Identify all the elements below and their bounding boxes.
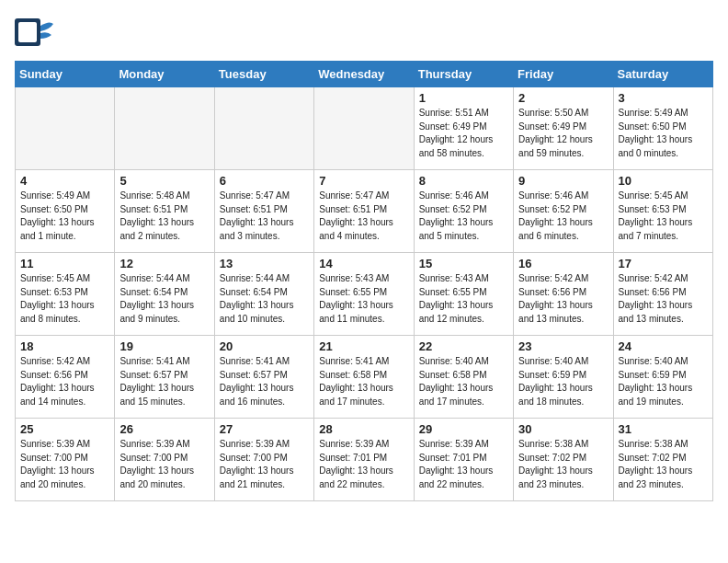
cell-info: Sunrise: 5:42 AMSunset: 6:56 PMDaylight:… xyxy=(619,272,708,326)
sunset: Sunset: 6:51 PM xyxy=(319,204,387,214)
cell-info: Sunrise: 5:39 AMSunset: 7:00 PMDaylight:… xyxy=(119,438,209,491)
day-number: 3 xyxy=(619,91,708,105)
cell-info: Sunrise: 5:44 AMSunset: 6:54 PMDaylight:… xyxy=(119,272,209,326)
sunset: Sunset: 6:57 PM xyxy=(119,370,188,380)
sunrise: Sunrise: 5:39 AM xyxy=(220,439,290,449)
sunrise: Sunrise: 5:42 AM xyxy=(518,273,588,283)
sunset: Sunset: 6:58 PM xyxy=(419,370,487,380)
daylight: Daylight: 12 hours and 58 minutes. xyxy=(419,134,494,158)
sunset: Sunset: 6:55 PM xyxy=(419,287,487,297)
daylight: Daylight: 13 hours and 17 minutes. xyxy=(419,383,494,407)
sunset: Sunset: 6:53 PM xyxy=(619,204,687,214)
calendar-week-3: 11Sunrise: 5:45 AMSunset: 6:53 PMDayligh… xyxy=(16,253,713,336)
daylight: Daylight: 13 hours and 19 minutes. xyxy=(619,383,693,407)
cell-info: Sunrise: 5:48 AMSunset: 6:51 PMDaylight:… xyxy=(119,190,209,243)
day-number: 28 xyxy=(319,422,408,436)
daylight: Daylight: 13 hours and 21 minutes. xyxy=(220,465,294,489)
cell-info: Sunrise: 5:43 AMSunset: 6:55 PMDaylight:… xyxy=(319,272,408,326)
sunset: Sunset: 6:51 PM xyxy=(220,204,288,214)
calendar-cell: 12Sunrise: 5:44 AMSunset: 6:54 PMDayligh… xyxy=(115,253,214,336)
day-number: 9 xyxy=(518,174,608,188)
day-number: 13 xyxy=(220,257,309,270)
calendar-cell: 18Sunrise: 5:42 AMSunset: 6:56 PMDayligh… xyxy=(16,336,115,419)
sunrise: Sunrise: 5:48 AM xyxy=(119,190,189,201)
calendar-cell: 25Sunrise: 5:39 AMSunset: 7:00 PMDayligh… xyxy=(16,419,115,501)
calendar-week-2: 4Sunrise: 5:49 AMSunset: 6:50 PMDaylight… xyxy=(16,170,713,253)
cell-info: Sunrise: 5:39 AMSunset: 7:01 PMDaylight:… xyxy=(419,438,508,491)
daylight: Daylight: 13 hours and 20 minutes. xyxy=(119,465,194,489)
sunrise: Sunrise: 5:38 AM xyxy=(619,439,688,449)
day-header-saturday: Saturday xyxy=(613,62,712,87)
sunset: Sunset: 6:57 PM xyxy=(220,370,288,380)
cell-info: Sunrise: 5:49 AMSunset: 6:50 PMDaylight:… xyxy=(20,190,109,243)
day-header-thursday: Thursday xyxy=(414,62,513,87)
daylight: Daylight: 13 hours and 16 minutes. xyxy=(220,383,294,407)
day-number: 4 xyxy=(20,174,109,188)
calendar-cell: 16Sunrise: 5:42 AMSunset: 6:56 PMDayligh… xyxy=(514,253,613,336)
sunrise: Sunrise: 5:45 AM xyxy=(20,273,90,283)
day-number: 1 xyxy=(419,91,508,105)
sunrise: Sunrise: 5:47 AM xyxy=(220,190,290,201)
day-number: 7 xyxy=(319,174,408,188)
calendar-cell: 28Sunrise: 5:39 AMSunset: 7:01 PMDayligh… xyxy=(314,419,414,501)
day-number: 25 xyxy=(20,422,109,436)
sunset: Sunset: 6:52 PM xyxy=(419,204,487,214)
cell-info: Sunrise: 5:42 AMSunset: 6:56 PMDaylight:… xyxy=(518,272,608,326)
cell-info: Sunrise: 5:38 AMSunset: 7:02 PMDaylight:… xyxy=(619,438,708,491)
sunset: Sunset: 6:56 PM xyxy=(518,287,586,297)
sunset: Sunset: 6:59 PM xyxy=(619,370,687,380)
cell-info: Sunrise: 5:46 AMSunset: 6:52 PMDaylight:… xyxy=(518,190,608,243)
calendar-cell: 30Sunrise: 5:38 AMSunset: 7:02 PMDayligh… xyxy=(514,419,613,501)
daylight: Daylight: 13 hours and 4 minutes. xyxy=(319,217,393,241)
daylight: Daylight: 13 hours and 2 minutes. xyxy=(119,217,194,241)
cell-info: Sunrise: 5:40 AMSunset: 6:59 PMDaylight:… xyxy=(518,355,608,408)
day-header-friday: Friday xyxy=(514,62,613,87)
sunset: Sunset: 7:01 PM xyxy=(419,453,487,463)
day-number: 24 xyxy=(619,339,708,353)
cell-info: Sunrise: 5:40 AMSunset: 6:59 PMDaylight:… xyxy=(619,355,708,408)
day-number: 8 xyxy=(419,174,508,188)
calendar-cell: 5Sunrise: 5:48 AMSunset: 6:51 PMDaylight… xyxy=(115,170,214,253)
daylight: Daylight: 13 hours and 13 minutes. xyxy=(518,300,593,324)
cell-info: Sunrise: 5:42 AMSunset: 6:56 PMDaylight:… xyxy=(20,355,109,408)
day-number: 26 xyxy=(119,422,209,436)
sunrise: Sunrise: 5:40 AM xyxy=(518,356,588,366)
cell-info: Sunrise: 5:39 AMSunset: 7:00 PMDaylight:… xyxy=(220,438,309,491)
calendar-cell: 1Sunrise: 5:51 AMSunset: 6:49 PMDaylight… xyxy=(414,87,513,170)
sunset: Sunset: 6:50 PM xyxy=(619,121,687,132)
daylight: Daylight: 13 hours and 13 minutes. xyxy=(619,300,693,324)
daylight: Daylight: 13 hours and 6 minutes. xyxy=(518,217,593,241)
calendar-cell: 13Sunrise: 5:44 AMSunset: 6:54 PMDayligh… xyxy=(214,253,313,336)
day-number: 23 xyxy=(518,339,608,353)
sunrise: Sunrise: 5:44 AM xyxy=(220,273,290,283)
day-header-monday: Monday xyxy=(115,62,214,87)
cell-info: Sunrise: 5:49 AMSunset: 6:50 PMDaylight:… xyxy=(619,107,708,160)
calendar-cell: 14Sunrise: 5:43 AMSunset: 6:55 PMDayligh… xyxy=(314,253,414,336)
calendar-table: SundayMondayTuesdayWednesdayThursdayFrid… xyxy=(15,61,713,501)
daylight: Daylight: 12 hours and 59 minutes. xyxy=(518,134,593,158)
sunset: Sunset: 6:56 PM xyxy=(619,287,687,297)
cell-info: Sunrise: 5:43 AMSunset: 6:55 PMDaylight:… xyxy=(419,272,508,326)
sunrise: Sunrise: 5:43 AM xyxy=(319,273,389,283)
sunrise: Sunrise: 5:45 AM xyxy=(619,190,688,201)
day-number: 10 xyxy=(619,174,708,188)
sunset: Sunset: 6:52 PM xyxy=(518,204,586,214)
day-number: 31 xyxy=(619,422,708,436)
sunrise: Sunrise: 5:41 AM xyxy=(119,356,189,366)
calendar-cell: 8Sunrise: 5:46 AMSunset: 6:52 PMDaylight… xyxy=(414,170,513,253)
sunrise: Sunrise: 5:51 AM xyxy=(419,108,489,118)
page-header xyxy=(15,15,713,50)
day-header-sunday: Sunday xyxy=(16,62,115,87)
sunrise: Sunrise: 5:39 AM xyxy=(319,439,389,449)
calendar-cell: 10Sunrise: 5:45 AMSunset: 6:53 PMDayligh… xyxy=(613,170,712,253)
cell-info: Sunrise: 5:51 AMSunset: 6:49 PMDaylight:… xyxy=(419,107,508,160)
calendar-cell: 2Sunrise: 5:50 AMSunset: 6:49 PMDaylight… xyxy=(514,87,613,170)
calendar-cell: 4Sunrise: 5:49 AMSunset: 6:50 PMDaylight… xyxy=(16,170,115,253)
daylight: Daylight: 13 hours and 12 minutes. xyxy=(419,300,494,324)
calendar-week-4: 18Sunrise: 5:42 AMSunset: 6:56 PMDayligh… xyxy=(16,336,713,419)
day-number: 22 xyxy=(419,339,508,353)
daylight: Daylight: 13 hours and 9 minutes. xyxy=(119,300,194,324)
calendar-cell xyxy=(314,87,414,170)
daylight: Daylight: 13 hours and 23 minutes. xyxy=(518,465,593,489)
sunset: Sunset: 7:00 PM xyxy=(220,453,288,463)
